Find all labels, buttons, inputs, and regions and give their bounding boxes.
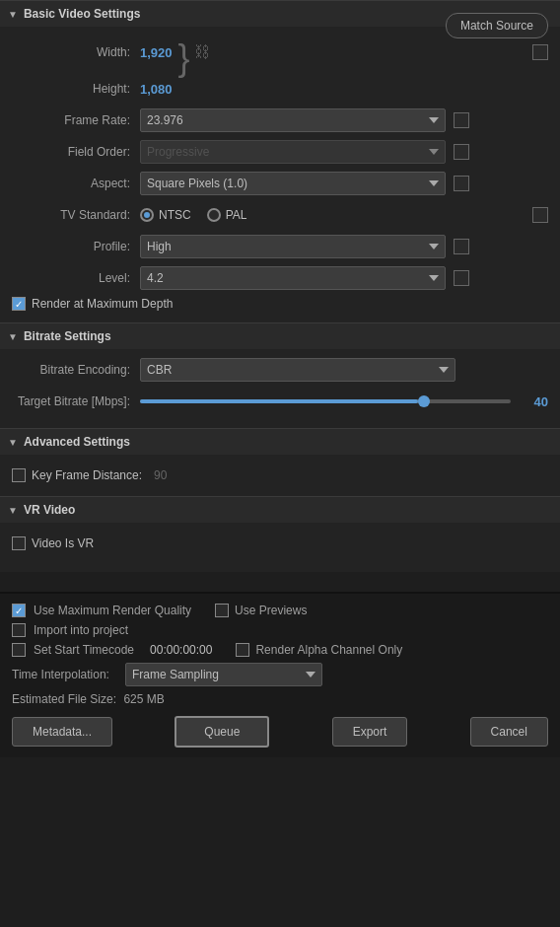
- advanced-settings-header[interactable]: ▼ Advanced Settings: [0, 428, 560, 455]
- aspect-control-area: Square Pixels (1.0): [140, 172, 548, 195]
- bottom-row-2: Import into project: [12, 623, 548, 637]
- frame-rate-select[interactable]: 23.976 24 25 29.97 30: [140, 108, 446, 132]
- estimated-file-size-row: Estimated File Size: 625 MB: [12, 692, 548, 706]
- key-frame-distance-value: 90: [154, 468, 167, 482]
- frame-rate-label: Frame Rate:: [12, 113, 140, 127]
- bracket-icon: }: [178, 40, 190, 76]
- use-previews-label: Use Previews: [235, 604, 307, 617]
- export-button[interactable]: Export: [332, 717, 408, 747]
- estimated-file-size-label: Estimated File Size:: [12, 692, 116, 706]
- video-is-vr-label: Video Is VR: [32, 536, 94, 550]
- vr-video-header[interactable]: ▼ VR Video: [0, 496, 560, 523]
- field-order-checkbox[interactable]: [454, 144, 469, 160]
- bitrate-chevron-icon: ▼: [8, 331, 18, 342]
- advanced-chevron-icon: ▼: [8, 437, 18, 448]
- tv-standard-control-area: NTSC PAL: [140, 207, 548, 223]
- video-is-vr-checkbox[interactable]: [12, 536, 26, 550]
- bitrate-slider-thumb[interactable]: [418, 395, 430, 407]
- ntsc-radio-circle[interactable]: [140, 208, 154, 222]
- use-max-render-quality-label: Use Maximum Render Quality: [34, 604, 191, 617]
- aspect-select[interactable]: Square Pixels (1.0): [140, 172, 446, 195]
- ntsc-label: NTSC: [159, 208, 191, 222]
- import-into-project-checkbox[interactable]: [12, 623, 26, 637]
- profile-row: Profile: High Main Baseline: [12, 234, 548, 259]
- time-interpolation-select[interactable]: Frame Sampling Frame Blending Optical Fl…: [125, 663, 322, 686]
- tv-standard-checkbox[interactable]: [532, 207, 548, 223]
- level-control-area: 4.2 4.1 4.0: [140, 266, 548, 290]
- bottom-bar: Use Maximum Render Quality Use Previews …: [0, 592, 560, 757]
- width-row: Width: 1,920 } ⛓: [12, 35, 548, 70]
- target-bitrate-control-area: 40: [140, 394, 548, 409]
- basic-video-settings-header[interactable]: ▼ Basic Video Settings Match Source: [0, 0, 560, 27]
- width-control-area: 1,920 } ⛓: [140, 35, 548, 70]
- video-is-vr-row: Video Is VR: [12, 531, 548, 556]
- key-frame-distance-row: Key Frame Distance: 90: [12, 463, 548, 488]
- bitrate-settings-content: Bitrate Encoding: CBR VBR, 1 Pass VBR, 2…: [0, 349, 560, 428]
- bitrate-settings-title: Bitrate Settings: [24, 329, 111, 343]
- level-row: Level: 4.2 4.1 4.0: [12, 265, 548, 291]
- frame-rate-row: Frame Rate: 23.976 24 25 29.97 30: [12, 107, 548, 133]
- render-max-depth-row: Render at Maximum Depth: [12, 297, 548, 311]
- set-start-timecode-checkbox[interactable]: [12, 643, 26, 657]
- match-source-button[interactable]: Match Source: [446, 13, 548, 38]
- profile-select[interactable]: High Main Baseline: [140, 235, 446, 258]
- queue-button[interactable]: Queue: [175, 716, 269, 748]
- render-alpha-group: Render Alpha Channel Only: [236, 643, 402, 657]
- time-interpolation-select-wrapper: Frame Sampling Frame Blending Optical Fl…: [125, 663, 322, 686]
- cancel-button[interactable]: Cancel: [470, 717, 548, 747]
- level-select[interactable]: 4.2 4.1 4.0: [140, 266, 446, 290]
- height-row: Height: 1,080: [12, 76, 548, 102]
- render-alpha-channel-checkbox[interactable]: [236, 643, 249, 657]
- bitrate-settings-header[interactable]: ▼ Bitrate Settings: [0, 322, 560, 349]
- height-value[interactable]: 1,080: [140, 82, 173, 97]
- tv-standard-label: TV Standard:: [12, 208, 140, 222]
- ntsc-radio-item[interactable]: NTSC: [140, 208, 191, 222]
- width-label: Width:: [12, 45, 140, 59]
- render-alpha-channel-label: Render Alpha Channel Only: [255, 643, 402, 657]
- pal-radio-item[interactable]: PAL: [207, 208, 247, 222]
- render-max-depth-label: Render at Maximum Depth: [32, 297, 173, 311]
- level-checkbox[interactable]: [454, 270, 469, 286]
- bottom-row-3: Set Start Timecode 00:00:00:00 Render Al…: [12, 643, 548, 657]
- use-previews-checkbox[interactable]: [215, 604, 229, 617]
- width-value[interactable]: 1,920: [140, 45, 173, 60]
- vr-video-title: VR Video: [24, 503, 75, 517]
- render-max-depth-checkbox[interactable]: [12, 297, 26, 311]
- frame-rate-checkbox[interactable]: [454, 112, 469, 128]
- bitrate-slider-track[interactable]: [140, 399, 511, 403]
- field-order-select[interactable]: Progressive: [140, 140, 446, 164]
- pal-radio-circle[interactable]: [207, 208, 221, 222]
- field-order-control-area: Progressive: [140, 140, 548, 164]
- key-frame-distance-checkbox[interactable]: [12, 468, 26, 482]
- spacer: [0, 572, 560, 592]
- basic-video-settings-title: Basic Video Settings: [24, 7, 140, 21]
- timecode-value-text: 00:00:00:00: [150, 643, 212, 657]
- bitrate-slider-fill: [140, 399, 418, 403]
- width-checkbox[interactable]: [532, 44, 548, 60]
- button-row: Metadata... Queue Export Cancel: [12, 716, 548, 748]
- vr-chevron-icon: ▼: [8, 505, 18, 516]
- target-bitrate-row: Target Bitrate [Mbps]: 40: [12, 389, 548, 414]
- key-frame-distance-label: Key Frame Distance:: [32, 468, 142, 482]
- field-order-label: Field Order:: [12, 145, 140, 159]
- field-order-row: Field Order: Progressive: [12, 139, 548, 165]
- target-bitrate-value[interactable]: 40: [519, 394, 548, 409]
- aspect-checkbox[interactable]: [454, 176, 469, 191]
- basic-video-settings-content: Width: 1,920 } ⛓ Height: 1,080 Frame Rat…: [0, 27, 560, 322]
- import-into-project-label: Import into project: [34, 623, 128, 637]
- vr-video-content: Video Is VR: [0, 523, 560, 572]
- frame-rate-control-area: 23.976 24 25 29.97 30: [140, 108, 548, 132]
- set-start-timecode-label: Set Start Timecode: [34, 643, 134, 657]
- time-interpolation-label: Time Interpolation:: [12, 668, 109, 681]
- pal-label: PAL: [226, 208, 247, 222]
- bitrate-encoding-control-area: CBR VBR, 1 Pass VBR, 2 Pass: [140, 358, 548, 382]
- aspect-row: Aspect: Square Pixels (1.0): [12, 171, 548, 196]
- aspect-label: Aspect:: [12, 177, 140, 190]
- use-max-render-quality-checkbox[interactable]: [12, 604, 26, 617]
- bitrate-encoding-select[interactable]: CBR VBR, 1 Pass VBR, 2 Pass: [140, 358, 455, 382]
- metadata-button[interactable]: Metadata...: [12, 717, 112, 747]
- level-label: Level:: [12, 271, 140, 285]
- profile-checkbox[interactable]: [454, 239, 469, 254]
- advanced-settings-content: Key Frame Distance: 90: [0, 455, 560, 496]
- link-chain-icon[interactable]: ⛓: [194, 43, 210, 61]
